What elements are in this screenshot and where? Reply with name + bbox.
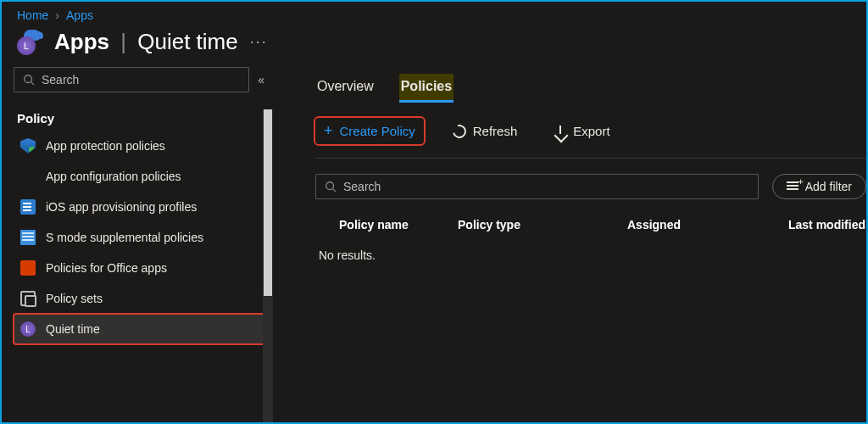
- page-title: Apps | Quiet time: [54, 29, 238, 55]
- quiet-time-app-icon: L: [17, 30, 42, 55]
- collapse-sidebar-button[interactable]: «: [258, 73, 264, 86]
- scrollbar-thumb[interactable]: [264, 109, 272, 296]
- title-main: Apps: [54, 29, 109, 54]
- breadcrumb-home[interactable]: Home: [17, 8, 48, 22]
- chevron-right-icon: ›: [55, 8, 59, 22]
- export-button[interactable]: Export: [546, 120, 618, 142]
- export-label: Export: [573, 124, 609, 138]
- svg-line-3: [333, 189, 337, 192]
- clock-icon: L: [20, 321, 36, 337]
- add-filter-button[interactable]: Add filter: [772, 174, 866, 199]
- more-actions-button[interactable]: ···: [250, 33, 268, 51]
- title-sub: Quiet time: [137, 29, 238, 54]
- column-assigned[interactable]: Assigned: [627, 218, 788, 232]
- policies-search-input[interactable]: Search: [315, 174, 759, 199]
- sidebar-item-ios-provisioning-profiles[interactable]: iOS app provisioning profiles: [14, 192, 264, 222]
- grid-icon: [20, 169, 36, 184]
- breadcrumb-apps[interactable]: Apps: [66, 8, 93, 22]
- sidebar-item-label: S mode supplemental policies: [46, 231, 203, 244]
- sidebar-item-quiet-time[interactable]: L Quiet time: [14, 314, 264, 344]
- sidebar-item-office-app-policies[interactable]: Policies for Office apps: [14, 253, 264, 283]
- sidebar-item-label: iOS app provisioning profiles: [46, 200, 197, 214]
- refresh-icon: [450, 122, 469, 141]
- sidebar-item-label: Policy sets: [46, 292, 103, 305]
- svg-point-0: [25, 75, 32, 83]
- page-header: L Apps | Quiet time ···: [2, 25, 866, 67]
- svg-point-2: [326, 182, 334, 190]
- column-policy-type[interactable]: Policy type: [458, 218, 627, 232]
- sidebar-item-app-configuration-policies[interactable]: App configuration policies: [14, 161, 264, 192]
- search-icon: [23, 74, 35, 86]
- breadcrumb: Home › Apps: [2, 2, 866, 25]
- tab-bar: Overview Policies: [315, 67, 866, 103]
- filter-row: Search Add filter: [315, 159, 866, 211]
- sidebar-section-policy: Policy: [17, 111, 264, 126]
- table-header: Policy name Policy type Assigned Last mo…: [315, 211, 866, 240]
- table-empty-state: No results.: [315, 240, 866, 262]
- create-policy-button[interactable]: Create Policy: [315, 118, 424, 144]
- sidebar-item-label: Quiet time: [46, 322, 100, 336]
- sidebar-item-s-mode-policies[interactable]: S mode supplemental policies: [14, 222, 264, 253]
- sidebar-item-policy-sets[interactable]: Policy sets: [14, 283, 264, 314]
- svg-line-1: [31, 82, 35, 86]
- office-icon: [20, 260, 36, 276]
- stack-icon: [20, 291, 36, 306]
- add-filter-label: Add filter: [805, 180, 852, 193]
- shield-icon: [20, 138, 36, 153]
- tab-policies[interactable]: Policies: [399, 74, 453, 103]
- plus-icon: [324, 122, 333, 140]
- create-policy-label: Create Policy: [340, 124, 415, 138]
- document-icon: [20, 199, 36, 215]
- search-placeholder: Search: [343, 180, 381, 193]
- sidebar-item-app-protection-policies[interactable]: App protection policies: [14, 131, 264, 161]
- sidebar-item-label: App configuration policies: [46, 170, 181, 183]
- sidebar-scrollbar[interactable]: [263, 109, 273, 424]
- sidebar-search-input[interactable]: Search: [14, 67, 249, 92]
- search-placeholder: Search: [42, 73, 79, 86]
- sidebar-item-label: App protection policies: [46, 139, 165, 153]
- refresh-button[interactable]: Refresh: [444, 120, 526, 142]
- filter-icon: [787, 181, 798, 192]
- main-content: Overview Policies Create Policy Refresh …: [273, 67, 866, 411]
- column-last-modified[interactable]: Last modified: [788, 218, 866, 232]
- toolbar: Create Policy Refresh Export: [315, 103, 866, 159]
- sidebar-item-label: Policies for Office apps: [46, 261, 167, 275]
- download-icon: [554, 126, 566, 137]
- tab-overview[interactable]: Overview: [315, 74, 376, 103]
- column-policy-name[interactable]: Policy name: [339, 218, 458, 232]
- search-icon: [325, 181, 337, 192]
- list-icon: [20, 230, 36, 245]
- refresh-label: Refresh: [473, 124, 518, 138]
- sidebar: Search « Policy App protection policies …: [2, 67, 273, 411]
